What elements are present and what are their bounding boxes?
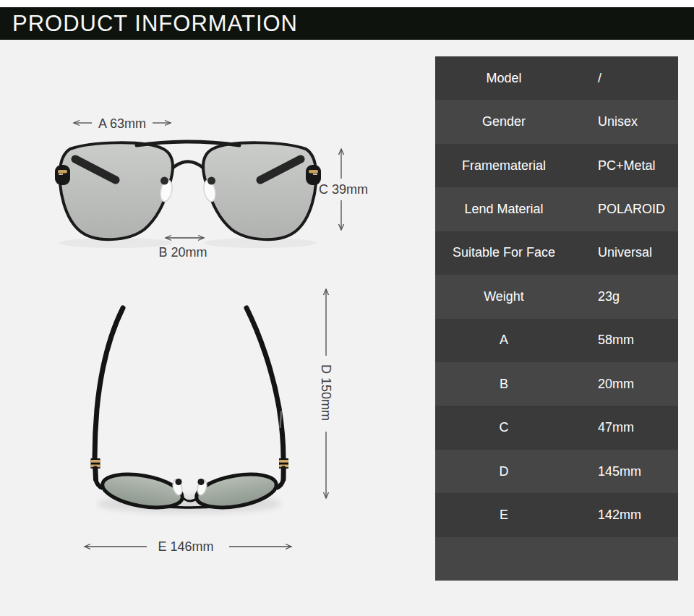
spec-value: 145mm [573,464,678,479]
spec-value: PC+Metal [573,158,678,174]
table-row: Model / [435,56,678,100]
table-row-empty [435,537,678,581]
sunglasses-top-view [91,308,289,513]
table-row: Gender Unisex [435,100,678,143]
dimension-label-c: C 39mm [319,182,368,197]
spec-value: Unisex [573,114,678,129]
dimension-label-a: A 63mm [98,116,146,131]
spec-label: Model [435,71,573,86]
table-row: Lend Material POLAROID [435,187,678,231]
front-right-lens-group [202,142,321,239]
spec-label: Lend Material [435,202,573,217]
spec-label: A [435,333,573,348]
dimension-label-d: D 150mm [319,364,333,421]
table-row: A 58mm [435,319,678,362]
spec-value: 142mm [573,508,678,523]
spec-value: / [573,71,678,86]
spec-label: Weight [435,289,573,304]
sunglasses-diagram: A 63mm B 20mm C 39mm D 150mm E 146mm [0,0,434,616]
spec-value: POLAROID [573,202,678,217]
table-row: Suitable For Face Universal [435,231,678,275]
spec-label: Gender [435,114,573,129]
spec-label: E [435,508,573,523]
front-left-lens-group [55,142,174,239]
table-row: C 47mm [435,406,678,449]
table-row: Weight 23g [435,275,678,318]
spec-value: 23g [573,289,678,304]
table-row: E 142mm [435,493,678,536]
table-row: Framematerial PC+Metal [435,144,678,187]
dimension-label-e: E 146mm [158,539,213,554]
spec-label: C [435,420,573,435]
sunglasses-front-view [55,142,321,248]
spec-value: 47mm [573,420,678,435]
spec-label: B [435,377,573,392]
spec-table: Model / Gender Unisex Framematerial PC+M… [435,56,678,581]
spec-label: Suitable For Face [435,245,573,260]
dimension-arrow-b [166,236,204,241]
spec-label: Framematerial [435,158,573,174]
spec-label: D [435,464,573,479]
spec-value: 20mm [573,377,678,392]
spec-value: Universal [573,245,678,260]
spec-value: 58mm [573,333,678,348]
table-row: D 145mm [435,450,678,493]
table-row: B 20mm [435,362,678,406]
dimension-label-b: B 20mm [158,245,207,260]
